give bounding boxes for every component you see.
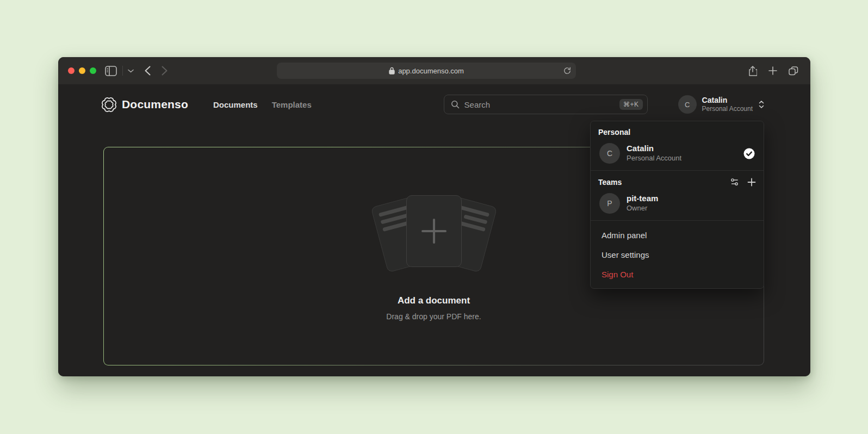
nav-item-documents[interactable]: Documents (213, 100, 258, 109)
forward-icon[interactable] (162, 66, 168, 76)
window-controls (68, 67, 96, 74)
browser-window: app.documenso.com (58, 57, 810, 376)
avatar: P (599, 193, 620, 214)
avatar: C (599, 143, 620, 164)
app-content: Documenso Documents Templates ⌘+K C (58, 84, 810, 376)
menu-item-admin-panel[interactable]: Admin panel (591, 225, 764, 245)
search-input[interactable] (464, 100, 615, 109)
document-stack-illustration (352, 192, 516, 274)
account-name: Catalin (702, 96, 753, 106)
teams-heading-row: Teams (598, 177, 756, 187)
documenso-logo-icon (102, 97, 116, 112)
url-text: app.documenso.com (398, 67, 464, 75)
team-settings-icon[interactable] (730, 177, 739, 187)
app-header: Documenso Documents Templates ⌘+K C (102, 92, 765, 117)
check-circle-icon (743, 148, 755, 159)
team-item[interactable]: P pit-team Owner (598, 193, 756, 214)
lock-icon (389, 67, 395, 75)
search-shortcut-badge: ⌘+K (619, 99, 643, 110)
reload-icon[interactable] (563, 66, 571, 75)
share-icon[interactable] (748, 66, 757, 76)
toolbar-left-group (105, 57, 168, 84)
menu-item-sign-out[interactable]: Sign Out (591, 264, 764, 284)
add-team-icon[interactable] (747, 178, 756, 187)
plus-icon (421, 219, 447, 244)
search-icon (451, 100, 460, 109)
toolbar-right-group (748, 57, 798, 84)
zoom-icon[interactable] (90, 67, 96, 74)
team-role: Owner (627, 204, 658, 213)
back-icon[interactable] (145, 66, 151, 76)
chevrons-up-down-icon (758, 100, 765, 109)
personal-account-labels: Catalin Personal Account (627, 144, 681, 163)
personal-account-subtitle: Personal Account (627, 154, 681, 163)
account-subtitle: Personal Account (702, 105, 753, 113)
main-nav: Documents Templates (213, 100, 312, 109)
address-bar[interactable]: app.documenso.com (277, 63, 576, 79)
chevron-down-icon[interactable] (128, 69, 134, 73)
teams-heading: Teams (598, 178, 622, 187)
account-dropdown-menu: Personal C Catalin Personal Account (590, 121, 764, 289)
teams-section: Teams (591, 171, 764, 220)
menu-item-user-settings[interactable]: User settings (591, 245, 764, 264)
account-labels: Catalin Personal Account (702, 96, 753, 114)
search-bar[interactable]: ⌘+K (444, 95, 648, 114)
teams-actions (730, 177, 756, 187)
personal-account-name: Catalin (627, 144, 681, 154)
dropzone-title: Add a document (398, 295, 470, 306)
team-name: pit-team (627, 194, 658, 204)
browser-toolbar: app.documenso.com (58, 57, 810, 84)
team-labels: pit-team Owner (627, 194, 658, 213)
account-menu-button[interactable]: C Catalin Personal Account (678, 95, 765, 114)
toolbar-divider (122, 66, 123, 76)
menu-items: Admin panel User settings Sign Out (591, 221, 764, 288)
personal-heading: Personal (598, 128, 756, 137)
avatar: C (678, 95, 697, 114)
brand[interactable]: Documenso (102, 97, 188, 112)
brand-name: Documenso (122, 98, 188, 111)
tab-overview-icon[interactable] (789, 66, 798, 76)
new-tab-icon[interactable] (768, 66, 777, 75)
close-icon[interactable] (68, 67, 75, 74)
document-card-center (406, 195, 462, 267)
personal-section: Personal C Catalin Personal Account (591, 121, 764, 170)
personal-account-item[interactable]: C Catalin Personal Account (598, 143, 756, 164)
sidebar-toggle-icon[interactable] (105, 66, 117, 76)
minimize-icon[interactable] (79, 67, 85, 74)
nav-item-templates[interactable]: Templates (272, 100, 312, 109)
dropzone-subtitle: Drag & drop your PDF here. (386, 312, 481, 321)
